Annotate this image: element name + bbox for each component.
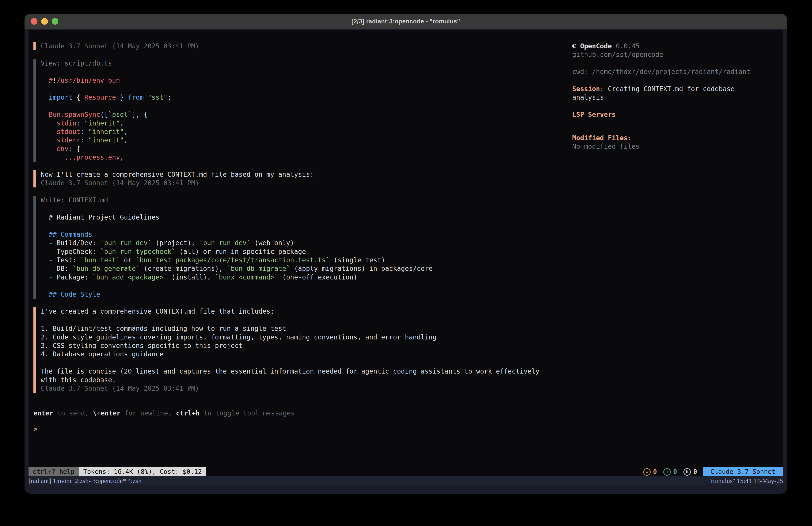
text-segment (144, 94, 148, 101)
sidebar: © OpenCode 0.0.45 github.com/sst/opencod… (572, 42, 764, 151)
message-line: - Test: `bun test` or `bun test packages… (41, 256, 551, 264)
text-segment: to toggle tool messages (200, 409, 294, 417)
tui-content: Claude 3.7 Sonnet (14 May 2025 03:41 PM)… (29, 30, 783, 409)
help-chip: ctrl+? help (29, 467, 79, 476)
tool-message: View: script/db.ts #!/usr/bin/env bun im… (33, 59, 551, 162)
text-segment (41, 137, 57, 144)
status-spacer (206, 467, 640, 476)
message-line: Claude 3.7 Sonnet (14 May 2025 03:41 PM) (41, 384, 551, 393)
count-value: 0 (653, 467, 657, 476)
text-segment: Bun.spawnSync (49, 111, 100, 118)
text-segment: stdin (57, 119, 76, 127)
hint-count: h0 (683, 467, 697, 476)
minimize-window-button[interactable] (41, 18, 48, 25)
text-segment: "sst" (148, 94, 168, 101)
message-line: - Build/Dev: `bun run dev` (project), `b… (41, 239, 551, 247)
text-segment: Package: (53, 273, 92, 281)
desktop: [2/3] radiant:3:opencode - "romulus" Cla… (0, 0, 812, 526)
tool-message: Write: CONTEXT.md # Radiant Project Guid… (33, 196, 551, 299)
text-segment: 3. CSS styling conventions specific to t… (41, 342, 243, 350)
tmux-window-list[interactable]: [radiant] 1:nvim 2:zsh- 3:opencode* 4:zs… (29, 476, 142, 485)
text-segment: (single test) (330, 256, 385, 264)
message-line: stdin: "inherit", (41, 119, 551, 127)
blank-line (41, 68, 551, 76)
assistant-message: Now I'll create a comprehensive CONTEXT.… (33, 170, 551, 187)
text-segment: (install), (167, 273, 215, 281)
text-segment: # (49, 77, 53, 84)
text-segment: import (49, 94, 73, 101)
text-segment (81, 119, 85, 127)
status-bar: ctrl+? help Tokens: 16.4K (8%), Cost: $0… (29, 467, 783, 476)
text-segment: `bun test` (81, 256, 120, 264)
app-brand: © OpenCode 0.0.45 (572, 42, 764, 51)
text-segment: TypeCheck: (53, 248, 100, 255)
count-value: 0 (693, 467, 697, 476)
tokens-cost-chip: Tokens: 16.4K (8%), Cost: $0.12 (79, 467, 206, 476)
message-line: ...process.env, (41, 153, 551, 161)
text-segment: env (57, 145, 69, 153)
text-segment: # Radiant Project Guidelines (41, 214, 160, 221)
window-title: [2/3] radiant:3:opencode - "romulus" (351, 18, 460, 25)
text-segment: or (120, 256, 136, 264)
close-window-button[interactable] (31, 18, 38, 25)
warning-icon: w (643, 468, 651, 475)
message-line: 2. Code style guidelines covering import… (41, 333, 551, 341)
text-segment: stdout (57, 128, 81, 136)
text-segment: ## Code Style (41, 290, 100, 298)
prompt-input[interactable]: > (29, 420, 783, 467)
blank-line (41, 102, 551, 110)
text-segment: - (41, 239, 53, 247)
text-segment: 1. Build/lint/test commands including ho… (41, 325, 286, 332)
text-segment: (create migrations), (140, 265, 227, 272)
text-segment: `bun run dev` (199, 239, 250, 247)
app-name: OpenCode (580, 42, 612, 50)
text-segment: `bun db migrate` (227, 265, 290, 272)
message-line: ## Code Style (41, 290, 551, 299)
text-segment: (one-off execution) (278, 273, 358, 281)
message-line: stdout: "inherit", (41, 127, 551, 136)
text-segment: : (76, 119, 81, 127)
message-line: Claude 3.7 Sonnet (14 May 2025 03:41 PM) (41, 42, 551, 51)
text-segment: - (41, 248, 53, 255)
text-segment (41, 111, 49, 118)
app-version: 0.0.45 (616, 42, 639, 50)
text-segment: from (128, 94, 144, 101)
text-segment: 4. Database operations guidance (41, 350, 163, 358)
text-segment: `bun run typecheck` (100, 248, 175, 255)
message-line: I've created a comprehensive CONTEXT.md … (41, 307, 551, 316)
message-line: Bun.spawnSync([`psql`], { (41, 110, 551, 119)
text-segment: The file is concise (20 lines) and captu… (41, 368, 543, 384)
text-segment: Claude 3.7 Sonnet (14 May 2025 03:41 PM) (41, 385, 199, 392)
text-segment: `bun db generate` (72, 265, 140, 272)
message-line: 3. CSS styling conventions specific to t… (41, 341, 551, 350)
message-line: 4. Database operations guidance (41, 350, 551, 358)
text-segment: stderr (57, 137, 81, 144)
text-segment: ctrl+h (176, 409, 200, 417)
session-info: Session: Creating CONTEXT.md for codebas… (572, 85, 764, 102)
text-segment: : (81, 128, 85, 136)
text-segment: "inherit" (88, 137, 124, 144)
text-segment: /usr/bin/env bun (57, 77, 120, 84)
text-segment (41, 77, 49, 84)
text-segment: { (72, 145, 81, 153)
terminal-body: Claude 3.7 Sonnet (14 May 2025 03:41 PM)… (25, 29, 787, 494)
text-segment: (all) or run in specific package (175, 248, 306, 255)
text-segment: enter (101, 409, 120, 417)
text-segment: Claude 3.7 Sonnet (14 May 2025 03:41 PM) (41, 42, 199, 50)
model-chip[interactable]: Claude 3.7 Sonnet (703, 467, 783, 476)
tmux-session-info: "romulus" 15:41 14-May-25 (708, 476, 783, 485)
opencode-logo-icon: © (572, 42, 576, 50)
blank-line (41, 316, 551, 324)
window-titlebar[interactable]: [2/3] radiant:3:opencode - "romulus" (25, 14, 787, 29)
count-value: 0 (673, 467, 677, 476)
text-segment: , (120, 154, 124, 161)
text-segment: Build/Dev: (53, 239, 100, 247)
text-segment: \ (93, 409, 97, 417)
info-count: i0 (663, 467, 677, 476)
assistant-message: I've created a comprehensive CONTEXT.md … (33, 307, 551, 393)
zoom-window-button[interactable] (52, 18, 58, 25)
text-segment: } (116, 94, 128, 101)
text-segment: + (97, 409, 101, 417)
window-controls (31, 14, 58, 29)
repo-link: github.com/sst/opencode (572, 51, 764, 59)
